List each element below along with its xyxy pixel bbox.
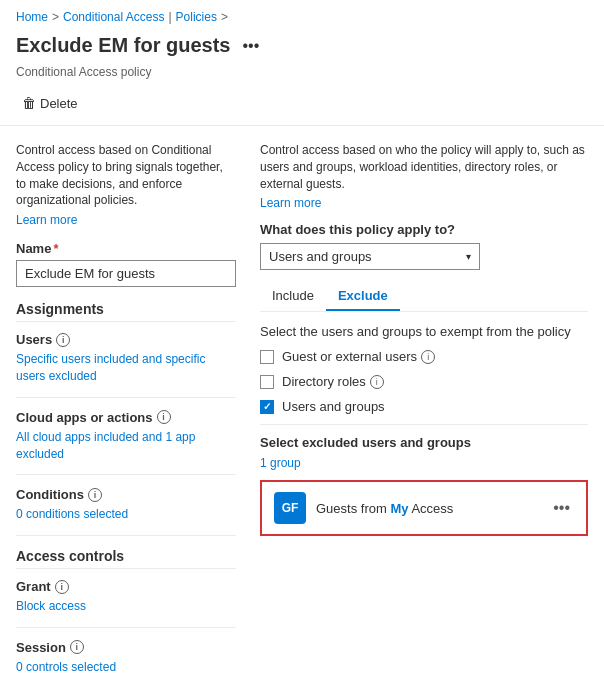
name-field-label: Name*	[16, 241, 236, 256]
chevron-down-icon: ▾	[466, 251, 471, 262]
select-users-label: Select the users and groups to exempt fr…	[260, 324, 588, 339]
breadcrumb-policies[interactable]: Policies	[176, 10, 217, 24]
users-label: Users i	[16, 332, 236, 347]
breadcrumb-sep1: >	[52, 10, 59, 24]
excluded-users-label: Select excluded users and groups	[260, 435, 588, 450]
trash-icon: 🗑	[22, 95, 36, 111]
required-indicator: *	[53, 241, 58, 256]
more-options-icon[interactable]: •••	[243, 37, 260, 55]
cloud-apps-assignment: Cloud apps or actions i All cloud apps i…	[16, 410, 236, 476]
breadcrumb-home[interactable]: Home	[16, 10, 48, 24]
assignments-header: Assignments	[16, 301, 236, 322]
group-name-link[interactable]: My	[390, 501, 408, 516]
left-panel: Control access based on Conditional Acce…	[16, 142, 236, 686]
tabs: Include Exclude	[260, 282, 588, 312]
grant-assignment: Grant i Block access	[16, 579, 236, 628]
breadcrumb-conditional-access[interactable]: Conditional Access	[63, 10, 164, 24]
session-value[interactable]: 0 controls selected	[16, 659, 236, 676]
guest-users-info-icon[interactable]: i	[421, 350, 435, 364]
delete-label: Delete	[40, 96, 78, 111]
breadcrumb-sep3: >	[221, 10, 228, 24]
left-description: Control access based on Conditional Acce…	[16, 142, 236, 209]
checkbox-checkmark: ✓	[263, 401, 271, 412]
session-assignment: Session i 0 controls selected	[16, 640, 236, 686]
policy-applies-label: What does this policy apply to?	[260, 222, 588, 237]
main-content: Control access based on Conditional Acce…	[0, 126, 604, 686]
users-info-icon[interactable]: i	[56, 333, 70, 347]
users-value[interactable]: Specific users included and specific use…	[16, 351, 236, 385]
right-panel: Control access based on who the policy w…	[260, 142, 588, 686]
directory-roles-checkbox-item: Directory roles i	[260, 374, 588, 389]
guest-users-checkbox-item: Guest or external users i	[260, 349, 588, 364]
users-groups-checkbox[interactable]: ✓	[260, 400, 274, 414]
cloud-apps-label: Cloud apps or actions i	[16, 410, 236, 425]
users-groups-checkbox-item: ✓ Users and groups	[260, 399, 588, 414]
delete-button[interactable]: 🗑 Delete	[16, 91, 84, 115]
left-learn-more[interactable]: Learn more	[16, 213, 236, 227]
directory-roles-label: Directory roles i	[282, 374, 384, 389]
users-groups-label: Users and groups	[282, 399, 385, 414]
guest-users-checkbox[interactable]	[260, 350, 274, 364]
grant-info-icon[interactable]: i	[55, 580, 69, 594]
users-assignment: Users i Specific users included and spec…	[16, 332, 236, 398]
conditions-label: Conditions i	[16, 487, 236, 502]
conditions-info-icon[interactable]: i	[88, 488, 102, 502]
group-item[interactable]: GF Guests from My Access •••	[260, 480, 588, 536]
right-learn-more[interactable]: Learn more	[260, 196, 588, 210]
breadcrumb-sep2: |	[168, 10, 171, 24]
policy-applies-dropdown[interactable]: Users and groups ▾	[260, 243, 480, 270]
breadcrumb: Home > Conditional Access | Policies >	[0, 0, 604, 30]
toolbar: 🗑 Delete	[0, 87, 604, 126]
cloud-apps-value[interactable]: All cloud apps included and 1 app exclud…	[16, 429, 236, 463]
group-name-part2: Access	[408, 501, 453, 516]
dropdown-value: Users and groups	[269, 249, 372, 264]
grant-value[interactable]: Block access	[16, 598, 236, 615]
session-label: Session i	[16, 640, 236, 655]
tab-exclude[interactable]: Exclude	[326, 282, 400, 311]
session-info-icon[interactable]: i	[70, 640, 84, 654]
directory-roles-checkbox[interactable]	[260, 375, 274, 389]
group-more-icon[interactable]: •••	[549, 497, 574, 519]
group-name-part1: Guests from	[316, 501, 390, 516]
group-avatar: GF	[274, 492, 306, 524]
group-count[interactable]: 1 group	[260, 456, 588, 470]
page-subtitle: Conditional Access policy	[0, 65, 604, 87]
group-name: Guests from My Access	[316, 501, 539, 516]
grant-label: Grant i	[16, 579, 236, 594]
access-controls-header: Access controls	[16, 548, 236, 569]
directory-roles-info-icon[interactable]: i	[370, 375, 384, 389]
tab-include[interactable]: Include	[260, 282, 326, 311]
name-input[interactable]	[16, 260, 236, 287]
cloud-apps-text: All cloud apps included and	[16, 430, 165, 444]
conditions-value[interactable]: 0 conditions selected	[16, 506, 236, 523]
right-description: Control access based on who the policy w…	[260, 142, 588, 192]
page-header: Exclude EM for guests •••	[0, 30, 604, 65]
cloud-apps-info-icon[interactable]: i	[157, 410, 171, 424]
conditions-assignment: Conditions i 0 conditions selected	[16, 487, 236, 536]
page-title: Exclude EM for guests	[16, 34, 231, 57]
guest-users-label: Guest or external users i	[282, 349, 435, 364]
section-divider	[260, 424, 588, 425]
